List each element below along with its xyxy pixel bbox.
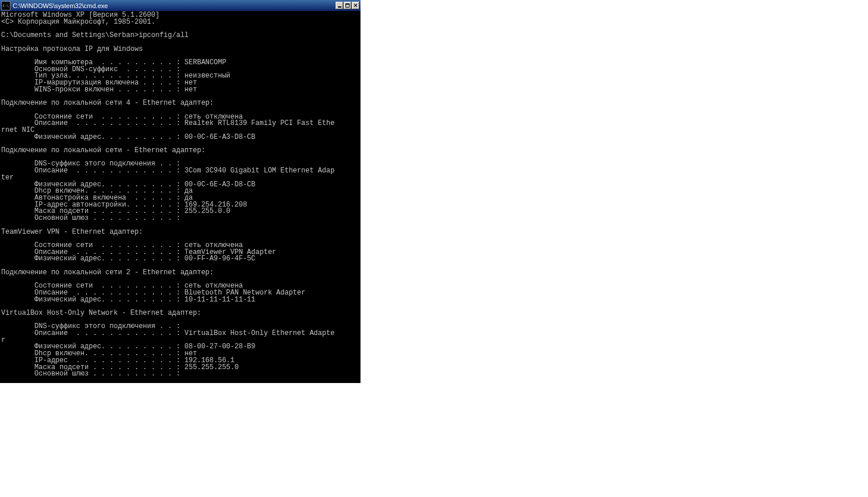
console-output[interactable]: Microsoft Windows XP [Версия 5.1.2600] <…	[0, 11, 361, 383]
cmd-icon	[1, 1, 10, 10]
window-title: C:\WINDOWS\system32\cmd.exe	[13, 2, 335, 9]
close-button[interactable]	[352, 2, 359, 9]
maximize-button[interactable]	[344, 2, 351, 9]
minimize-button[interactable]	[336, 2, 343, 9]
titlebar[interactable]: C:\WINDOWS\system32\cmd.exe	[0, 0, 361, 11]
cmd-window: C:\WINDOWS\system32\cmd.exe Microsoft Wi…	[0, 0, 361, 383]
